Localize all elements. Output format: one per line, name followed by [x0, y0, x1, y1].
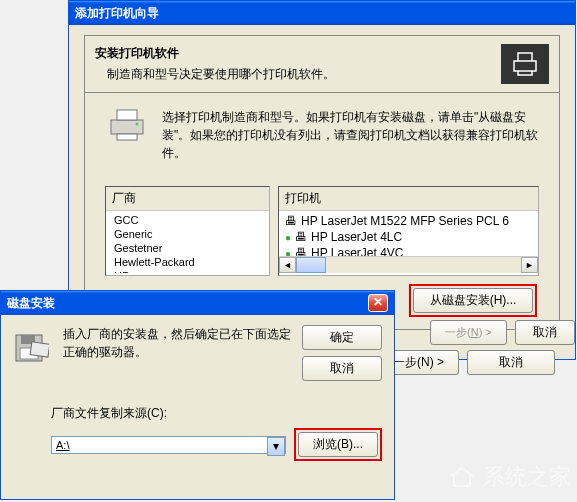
list-item[interactable]: ●🖶HP LaserJet 4LC — [279, 229, 538, 245]
next-button-peek[interactable]: 一步(N) > — [430, 320, 507, 345]
source-row: A:\ ▾ 浏览(B)... — [51, 428, 382, 461]
scroll-track[interactable] — [326, 257, 521, 273]
list-item[interactable]: ●🖶HP LaserJet 4VC — [279, 245, 538, 256]
manufacturer-list[interactable]: 厂商 GCC Generic Gestetner Hewlett-Packard… — [105, 186, 270, 276]
printer-row-icon: 🖶 — [295, 230, 307, 244]
printer-row-icon: 🖶 — [285, 214, 297, 228]
instruction-text: 选择打印机制造商和型号。如果打印机有安装磁盘，请单击"从磁盘安装"。如果您的打印… — [162, 108, 539, 162]
watermark-text: 系统之家 — [483, 462, 571, 492]
chevron-down-icon[interactable]: ▾ — [267, 437, 285, 456]
svg-rect-2 — [117, 134, 137, 140]
diskdlg-side-buttons: 确定 取消 — [302, 325, 382, 395]
svg-rect-1 — [117, 110, 137, 120]
svg-rect-0 — [111, 120, 143, 134]
scroll-right-button[interactable]: ► — [521, 257, 538, 273]
printer-list-body[interactable]: 🖶HP LaserJet M1522 MFP Series PCL 6 ●🖶HP… — [279, 211, 538, 256]
list-item[interactable]: Gestetner — [106, 241, 269, 255]
disk-install-dialog: 磁盘安装 ✕ 插入厂商的安装盘，然后确定已在下面选定正确的驱动器。 确定 取消 … — [0, 290, 395, 500]
wizard-header-panel: 安装打印机软件 制造商和型号决定要使用哪个打印机软件。 — [84, 35, 560, 93]
horizontal-scrollbar[interactable]: ◄ ► — [279, 256, 538, 273]
wizard-title: 添加打印机向导 — [75, 5, 159, 22]
cancel-button[interactable]: 取消 — [467, 350, 555, 375]
scroll-thumb[interactable] — [296, 257, 326, 273]
disk-install-button[interactable]: 从磁盘安装(H)... — [413, 288, 533, 313]
list-item[interactable]: Generic — [106, 227, 269, 241]
floppy-icon — [13, 325, 53, 395]
printer-small-icon — [105, 108, 150, 162]
printer-icon — [501, 44, 549, 84]
manufacturer-header: 厂商 — [106, 187, 269, 211]
peeked-buttons: 一步(N) > 取消 — [430, 320, 575, 345]
list-item[interactable]: Hewlett-Packard — [106, 255, 269, 269]
wizard-header-text: 安装打印机软件 制造商和型号决定要使用哪个打印机软件。 — [95, 45, 335, 83]
ok-button[interactable]: 确定 — [302, 325, 382, 350]
diskdlg-main: 插入厂商的安装盘，然后确定已在下面选定正确的驱动器。 — [63, 325, 292, 395]
scroll-left-button[interactable]: ◄ — [279, 257, 296, 273]
highlight-disk-install: 从磁盘安装(H)... — [409, 284, 537, 317]
cancel-button-peek[interactable]: 取消 — [515, 320, 575, 345]
diskdlg-titlebar[interactable]: 磁盘安装 ✕ — [1, 291, 394, 315]
svg-point-3 — [136, 123, 139, 126]
list-item[interactable]: GCC — [106, 213, 269, 227]
diskdlg-body: 插入厂商的安装盘，然后确定已在下面选定正确的驱动器。 确定 取消 — [1, 315, 394, 405]
signed-driver-icon: ● — [285, 248, 291, 257]
wizard-header-sub: 制造商和型号决定要使用哪个打印机软件。 — [107, 66, 335, 83]
close-icon[interactable]: ✕ — [368, 294, 388, 312]
browse-button[interactable]: 浏览(B)... — [298, 432, 378, 457]
highlight-browse: 浏览(B)... — [294, 428, 382, 461]
svg-rect-7 — [30, 342, 49, 357]
manufacturer-list-body[interactable]: GCC Generic Gestetner Hewlett-Packard HP — [106, 211, 269, 273]
printer-row-icon: 🖶 — [295, 246, 307, 256]
source-label: 厂商文件复制来源(C): — [51, 405, 382, 422]
printer-header: 打印机 — [279, 187, 538, 211]
wizard-header-heading: 安装打印机软件 — [95, 45, 335, 62]
source-combobox[interactable]: A:\ — [51, 436, 286, 454]
diskdlg-title: 磁盘安装 — [7, 295, 55, 312]
diskdlg-instruction: 插入厂商的安装盘，然后确定已在下面选定正确的驱动器。 — [63, 325, 292, 395]
list-panels: 厂商 GCC Generic Gestetner Hewlett-Packard… — [105, 186, 539, 276]
watermark: 系统之家 — [447, 462, 571, 492]
signed-driver-icon: ● — [285, 232, 291, 243]
instruction-row: 选择打印机制造商和型号。如果打印机有安装磁盘，请单击"从磁盘安装"。如果您的打印… — [105, 108, 539, 162]
list-item[interactable]: 🖶HP LaserJet M1522 MFP Series PCL 6 — [279, 213, 538, 229]
wizard-titlebar[interactable]: 添加打印机向导 — [69, 1, 575, 25]
printer-list[interactable]: 打印机 🖶HP LaserJet M1522 MFP Series PCL 6 … — [278, 186, 539, 276]
diskdlg-lower: 厂商文件复制来源(C): A:\ ▾ 浏览(B)... — [1, 405, 394, 473]
list-item[interactable]: HP — [106, 269, 269, 273]
cancel-button[interactable]: 取消 — [302, 356, 382, 381]
